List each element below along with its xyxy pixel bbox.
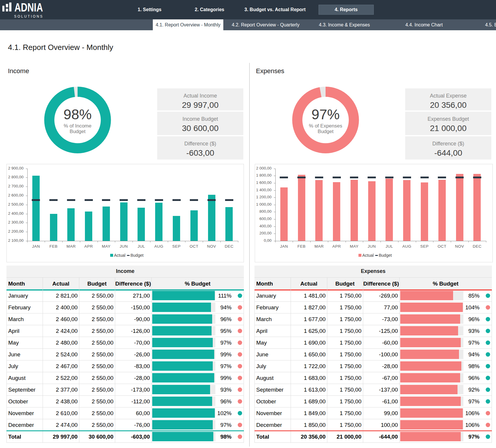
svg-text:ADNIA: ADNIA	[14, 1, 43, 14]
svg-text:SOLUTIONS: SOLUTIONS	[14, 14, 43, 19]
